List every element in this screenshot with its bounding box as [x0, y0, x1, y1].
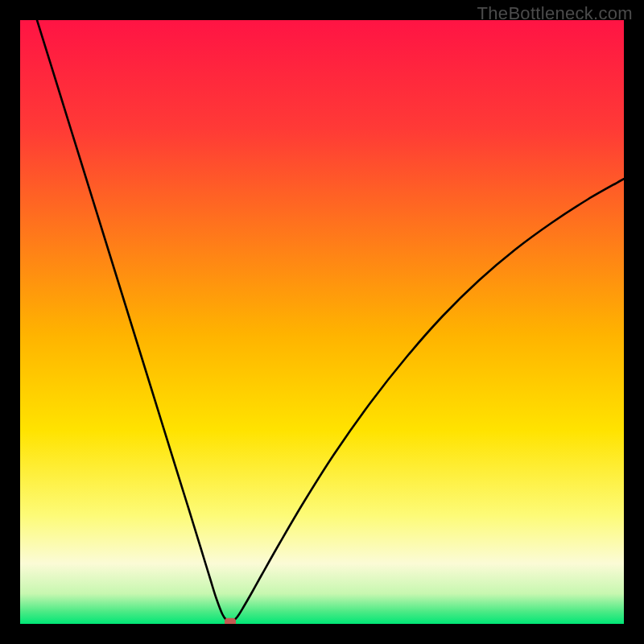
plot-area: [20, 20, 624, 624]
chart-svg: [20, 20, 624, 624]
marker-dot: [225, 618, 236, 624]
watermark-text: TheBottleneck.com: [477, 3, 633, 24]
gradient-background: [20, 20, 624, 624]
chart-frame: TheBottleneck.com: [0, 0, 644, 644]
